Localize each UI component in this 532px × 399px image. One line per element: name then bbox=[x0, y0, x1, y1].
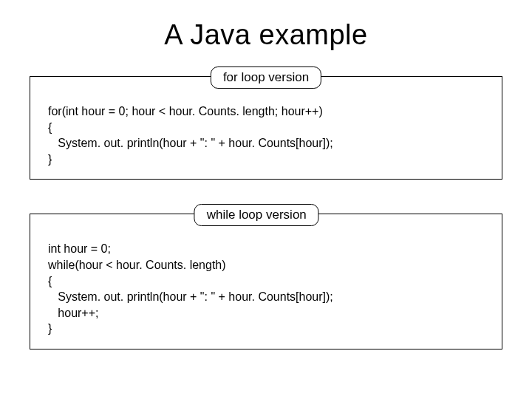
for-loop-code: for(int hour = 0; hour < hour. Counts. l… bbox=[48, 103, 484, 167]
while-loop-block: while loop version int hour = 0; while(h… bbox=[30, 214, 502, 349]
for-loop-block: for loop version for(int hour = 0; hour … bbox=[30, 76, 502, 180]
while-loop-code: int hour = 0; while(hour < hour. Counts.… bbox=[48, 241, 484, 337]
page-title: A Java example bbox=[0, 0, 532, 64]
for-loop-badge: for loop version bbox=[211, 66, 321, 89]
while-loop-badge: while loop version bbox=[194, 204, 319, 226]
